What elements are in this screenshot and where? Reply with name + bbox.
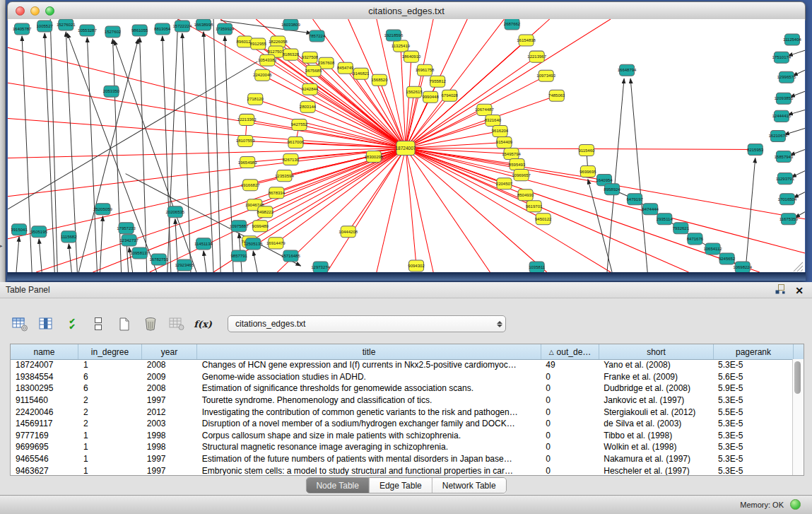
table-cell[interactable]: 6: [78, 383, 142, 393]
splitter-strip[interactable]: ▸: [0, 0, 6, 282]
graph-node[interactable]: 10973493: [536, 70, 555, 81]
table-cell[interactable]: Franke et al. (2009): [599, 372, 713, 382]
table-cell[interactable]: de Silva et al. (2003): [599, 419, 713, 428]
delete-table-button[interactable]: [142, 315, 159, 332]
table-row[interactable]: 1938455462009Genome-wide association stu…: [11, 371, 793, 383]
table-cell[interactable]: 18300295: [11, 383, 78, 393]
table-cell[interactable]: Hescheler et al. (1997): [599, 466, 713, 475]
graph-node[interactable]: 9619701: [526, 201, 543, 212]
minimize-window-button[interactable]: [30, 6, 40, 16]
table-cell[interactable]: 9465546: [11, 454, 78, 464]
table-cell[interactable]: 5.3E-5: [713, 395, 793, 405]
canvas-resize-grip[interactable]: [794, 262, 803, 271]
graph-node[interactable]: 10969657: [512, 170, 531, 181]
graph-node[interactable]: 1115682: [61, 231, 77, 243]
table-cell[interactable]: 0: [541, 395, 599, 405]
column-header-in-degree[interactable]: in_degree: [78, 344, 142, 359]
graph-node[interactable]: 12353594: [275, 170, 294, 182]
new-table-button[interactable]: [116, 315, 133, 332]
graph-node[interactable]: 16782759: [149, 254, 168, 265]
table-cell[interactable]: Nakamura et al. (1997): [599, 454, 713, 464]
graph-node[interactable]: 12996575: [777, 71, 796, 83]
table-cell[interactable]: 18724007: [11, 360, 78, 370]
graph-node[interactable]: 10958137: [130, 247, 149, 259]
table-cell[interactable]: Tourette syndrome. Phenomenology and cla…: [197, 395, 541, 405]
table-cell[interactable]: 5.3E-5: [713, 360, 793, 370]
table-cell[interactable]: Jankovic et al. (1997): [599, 395, 713, 405]
table-cell[interactable]: 1998: [142, 442, 197, 452]
graph-node[interactable]: 10553287: [78, 25, 97, 36]
table-cell[interactable]: Structural magnetic resonance image aver…: [197, 442, 541, 452]
show-column-button[interactable]: [37, 315, 54, 332]
graph-node[interactable]: 12444415: [772, 110, 792, 122]
graph-node[interactable]: 1527602: [105, 26, 122, 37]
table-cell[interactable]: Investigating the contribution of common…: [197, 407, 541, 417]
graph-node[interactable]: 9990448: [422, 91, 439, 103]
graph-node[interactable]: 10698224: [733, 262, 752, 272]
graph-node[interactable]: 3915041: [11, 224, 28, 235]
table-cell[interactable]: 0: [541, 454, 599, 464]
graph-node[interactable]: 16210674: [769, 130, 788, 141]
table-row[interactable]: 1456911722003Disruption of a novel membe…: [11, 418, 793, 430]
select-columns-button[interactable]: ✔ ✔: [64, 315, 81, 332]
table-cell[interactable]: 0: [541, 466, 599, 475]
column-header-short[interactable]: short: [599, 344, 714, 359]
table-cell[interactable]: 1: [78, 454, 142, 464]
graph-node[interactable]: 9450122: [535, 214, 552, 225]
graph-node[interactable]: 2803144: [300, 101, 317, 112]
graph-node[interactable]: 15276021: [57, 19, 76, 30]
network-graph[interactable]: 1872400718300295896012389129551822605891…: [8, 19, 805, 272]
graph-node[interactable]: 20206535: [165, 206, 184, 218]
graph-node[interactable]: 8813054: [154, 23, 171, 35]
graph-node[interactable]: 18107553: [236, 135, 255, 146]
graph-node[interactable]: 8267130: [283, 154, 300, 165]
graph-node[interactable]: 19218596: [384, 30, 404, 41]
close-window-button[interactable]: [16, 6, 25, 16]
network-window-titlebar[interactable]: citations_edges.txt: [7, 1, 806, 21]
table-cell[interactable]: 0: [541, 407, 599, 417]
graph-node[interactable]: 12342737: [119, 235, 139, 246]
graph-node[interactable]: 8186328: [283, 49, 300, 60]
graph-node[interactable]: 2204507: [496, 178, 513, 189]
table-cell[interactable]: Corpus callosum shape and size in male p…: [197, 431, 541, 440]
scrollbar-thumb[interactable]: [794, 361, 801, 394]
graph-node[interactable]: 17016504: [778, 194, 797, 205]
graph-node[interactable]: 9327508: [302, 52, 319, 63]
graph-node[interactable]: 11451134: [194, 238, 213, 250]
graph-node[interactable]: 15857943: [775, 151, 794, 163]
table-cell[interactable]: 0: [541, 383, 599, 393]
tab-edge-table[interactable]: Edge Table: [370, 478, 433, 493]
table-cell[interactable]: 5.6E-5: [713, 372, 793, 382]
splitter-collapse-icon[interactable]: ▸: [0, 243, 3, 249]
graph-node[interactable]: 6479197: [626, 194, 643, 205]
graph-node[interactable]: 11125404: [783, 34, 801, 45]
graph-node[interactable]: 15495794: [502, 148, 521, 160]
graph-node[interactable]: 11293791: [776, 173, 795, 185]
graph-node[interactable]: 15716485: [281, 250, 300, 262]
table-cell[interactable]: Dudbridge et al. (2008): [599, 383, 713, 393]
table-cell[interactable]: 0: [541, 431, 599, 440]
graph-node[interactable]: 7857224: [309, 30, 326, 42]
column-header-year[interactable]: year: [142, 344, 197, 359]
table-cell[interactable]: 2008: [142, 360, 197, 370]
graph-node[interactable]: 8504930: [517, 189, 534, 201]
graph-node[interactable]: 12213363: [237, 114, 257, 125]
table-row[interactable]: 977716911998Corpus callosum shape and si…: [11, 430, 793, 442]
graph-node[interactable]: 8958924: [604, 184, 620, 195]
table-cell[interactable]: 0: [541, 372, 599, 382]
graph-node[interactable]: 12505135: [244, 238, 263, 250]
graph-node[interactable]: 25205059: [93, 204, 112, 215]
graph-node[interactable]: 8321640: [485, 115, 502, 126]
table-cell[interactable]: 19384554: [11, 372, 78, 382]
table-cell[interactable]: 5.3E-5: [713, 419, 793, 428]
graph-node[interactable]: 9617006: [288, 136, 305, 148]
graph-node[interactable]: 19166827: [241, 180, 260, 191]
table-cell[interactable]: 1997: [142, 395, 197, 405]
table-cell[interactable]: 1: [78, 442, 142, 452]
graph-node[interactable]: 18724007: [395, 141, 416, 155]
graph-node[interactable]: 10975887: [230, 221, 249, 232]
graph-node[interactable]: 18640910: [402, 51, 421, 62]
table-cell[interactable]: 9777169: [11, 431, 78, 440]
graph-node[interactable]: 7485063: [548, 90, 565, 101]
table-cell[interactable]: Genome-wide association studies in ADHD.: [197, 372, 541, 382]
